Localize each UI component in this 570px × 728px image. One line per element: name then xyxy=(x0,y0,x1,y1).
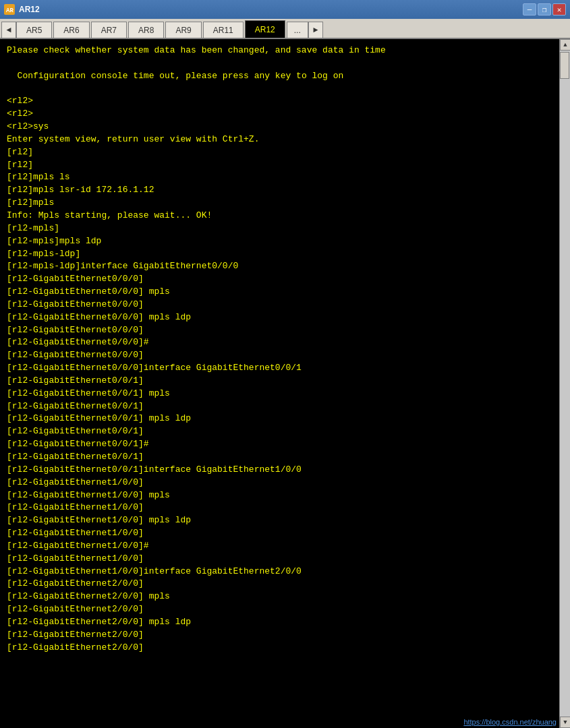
status-link[interactable]: https://blog.csdn.net/zhuang xyxy=(463,718,557,726)
title-bar-left: AR AR12 xyxy=(4,4,40,15)
main-area: Please check whether system data has bee… xyxy=(0,39,570,728)
restore-button[interactable]: ❐ xyxy=(538,3,551,16)
tab-ar9[interactable]: AR9 xyxy=(165,22,201,38)
tab-ar12[interactable]: AR12 xyxy=(245,20,285,38)
status-bar: https://blog.csdn.net/zhuang xyxy=(0,716,559,728)
tab-bar: ◄ AR5 AR6 AR7 AR8 AR9 AR11 AR12 ... ► xyxy=(0,19,570,39)
tab-next-button[interactable]: ► xyxy=(308,22,323,38)
svg-text:AR: AR xyxy=(6,7,13,14)
title-bar: AR AR12 — ❐ ✕ xyxy=(0,0,570,19)
tab-ar5[interactable]: AR5 xyxy=(16,22,52,38)
terminal-text: Please check whether system data has bee… xyxy=(7,44,552,655)
close-button[interactable]: ✕ xyxy=(552,3,566,16)
minimize-button[interactable]: — xyxy=(523,3,536,16)
tab-more[interactable]: ... xyxy=(287,22,308,38)
scroll-track[interactable] xyxy=(560,51,570,717)
tab-ar6[interactable]: AR6 xyxy=(53,22,89,38)
tab-ar11[interactable]: AR11 xyxy=(203,22,244,38)
tab-prev-button[interactable]: ◄ xyxy=(1,22,16,38)
app-icon: AR xyxy=(4,4,15,15)
scroll-thumb[interactable] xyxy=(560,52,569,79)
scrollbar[interactable]: ▲ ▼ xyxy=(559,39,570,728)
window-title: AR12 xyxy=(19,5,40,14)
scroll-up-button[interactable]: ▲ xyxy=(560,39,570,51)
scroll-down-button[interactable]: ▼ xyxy=(560,717,570,728)
terminal-output[interactable]: Please check whether system data has bee… xyxy=(0,39,559,728)
tab-ar7[interactable]: AR7 xyxy=(91,22,127,38)
tab-ar8[interactable]: AR8 xyxy=(128,22,164,38)
window-controls: — ❐ ✕ xyxy=(523,3,566,16)
